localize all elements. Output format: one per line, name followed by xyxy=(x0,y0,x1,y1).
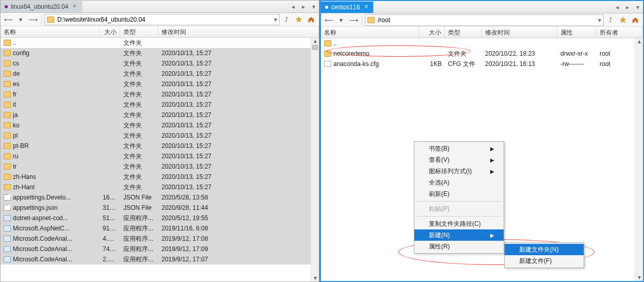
folder-icon xyxy=(4,132,11,139)
table-row[interactable]: es文件夹2020/10/13, 15:27 xyxy=(1,79,319,89)
scroll-down-icon[interactable]: ▾ xyxy=(635,274,643,281)
table-row[interactable]: ja文件夹2020/10/13, 15:27 xyxy=(1,110,319,120)
folder-icon xyxy=(4,40,11,46)
col-mtime[interactable]: 修改时间 xyxy=(158,26,319,37)
table-row[interactable]: fr文件夹2020/10/13, 15:27 xyxy=(1,89,319,99)
back-icon[interactable]: ⟵ xyxy=(3,14,14,25)
col-owner[interactable]: 所有者 xyxy=(597,27,643,38)
json-icon xyxy=(4,205,11,211)
folder-icon xyxy=(4,122,11,128)
table-row[interactable]: ru文件夹2020/10/13, 15:27 xyxy=(1,151,319,161)
close-icon[interactable]: × xyxy=(363,4,369,10)
table-row[interactable]: tr文件夹2020/10/13, 15:27 xyxy=(1,161,319,172)
address-text: /root xyxy=(378,16,390,24)
file-icon xyxy=(324,61,331,67)
right-tab-label: centos116 xyxy=(331,4,360,11)
folder-icon xyxy=(4,60,11,67)
tab-next-icon[interactable]: ▸ xyxy=(298,1,309,12)
scrollbar[interactable]: ▴ ▾ xyxy=(311,38,319,281)
table-row[interactable]: Microsoft.CodeAnal...4.98MB应用程序...2019/9… xyxy=(1,234,319,244)
context-menu-item[interactable]: 全选(A) xyxy=(414,177,504,188)
col-mtime[interactable]: 修改时间 xyxy=(482,27,557,38)
history-icon[interactable]: ▾ xyxy=(335,14,347,26)
table-row[interactable]: pt-BR文件夹2020/10/13, 15:27 xyxy=(1,141,319,151)
table-row[interactable]: cs文件夹2020/10/13, 15:27 xyxy=(1,58,319,69)
tab-menu-icon[interactable]: ▾ xyxy=(309,1,319,12)
scroll-down-icon[interactable]: ▾ xyxy=(311,274,319,281)
col-name[interactable]: 名称 xyxy=(321,27,419,38)
up-level-icon[interactable]: ⤴ xyxy=(605,14,616,26)
up-level-icon[interactable]: ⤴ xyxy=(281,14,292,25)
right-file-list[interactable]: ..netcoredemo文件夹2020/10/22, 18:23drwxr-x… xyxy=(321,38,643,281)
tab-prev-icon[interactable]: ◂ xyxy=(288,1,298,12)
table-row[interactable]: Microsoft.CodeAnal...743KB应用程序...2019/9/… xyxy=(1,244,319,254)
context-menu-item[interactable]: 查看(V)▶ xyxy=(414,154,504,165)
context-submenu-item[interactable]: 新建文件(F) xyxy=(505,255,584,267)
context-menu-item[interactable]: 图标排列方式(I)▶ xyxy=(414,165,504,177)
left-column-headers: 名称 大小 类型 修改时间 xyxy=(1,26,319,38)
folder-icon xyxy=(4,71,11,77)
col-attr[interactable]: 属性 xyxy=(557,27,597,38)
left-tab[interactable]: linux64_ubuntu20.04 × xyxy=(1,1,82,12)
folder-icon xyxy=(4,174,11,180)
left-tab-label: linux64_ubuntu20.04 xyxy=(11,3,68,10)
folder-icon xyxy=(4,184,11,190)
tab-menu-icon[interactable]: ▾ xyxy=(633,2,643,13)
folder-icon xyxy=(4,143,11,149)
col-name[interactable]: 名称 xyxy=(1,26,100,37)
table-row[interactable]: netcoredemo文件夹2020/10/22, 18:23drwxr-xr-… xyxy=(321,48,643,59)
context-submenu-item[interactable]: 新建文件夹(N) xyxy=(505,244,584,255)
forward-icon[interactable]: ⟶ xyxy=(348,14,359,26)
folder-icon xyxy=(4,163,11,170)
table-row[interactable]: .. xyxy=(321,38,643,48)
chevron-down-icon[interactable]: ▾ xyxy=(274,16,277,23)
context-menu-item[interactable]: 刷新(E) xyxy=(414,188,504,200)
table-row[interactable]: dotnet-aspnet-cod...51KB应用程序...2020/5/12… xyxy=(1,213,319,223)
table-row[interactable]: appsettings.Develo...168 BytesJSON File2… xyxy=(1,192,319,203)
table-row[interactable]: zh-Hant文件夹2020/10/13, 15:27 xyxy=(1,182,319,192)
tab-status-dot-icon xyxy=(5,5,8,8)
exe-icon xyxy=(4,225,11,231)
context-menu-item[interactable]: 新建(N)▶ xyxy=(414,229,504,241)
left-file-list[interactable]: ..文件夹config文件夹2020/10/13, 15:27cs文件夹2020… xyxy=(1,38,319,281)
home-icon[interactable] xyxy=(305,14,317,25)
bookmark-icon[interactable] xyxy=(617,14,629,26)
table-row[interactable]: Microsoft.CodeAnal...2.38MB应用程序...2019/9… xyxy=(1,254,319,264)
tab-prev-icon[interactable]: ◂ xyxy=(612,2,622,13)
table-row[interactable]: de文件夹2020/10/13, 15:27 xyxy=(1,69,319,79)
close-icon[interactable]: × xyxy=(71,4,77,10)
context-menu-item[interactable]: 属性(R) xyxy=(414,241,504,252)
context-menu: 书签(B)▶查看(V)▶图标排列方式(I)▶全选(A)刷新(E)粘贴(P)复制文… xyxy=(414,141,504,254)
scroll-up-icon[interactable]: ▴ xyxy=(311,38,319,45)
address-bar[interactable]: /root ▾ xyxy=(365,14,604,26)
col-type[interactable]: 类型 xyxy=(445,27,482,38)
table-row[interactable]: it文件夹2020/10/13, 15:27 xyxy=(1,99,319,110)
chevron-down-icon[interactable]: ▾ xyxy=(598,16,601,24)
context-menu-item[interactable]: 复制文件夹路径(C) xyxy=(414,218,504,229)
table-row[interactable]: Microsoft.AspNetC...915KB应用程序...2019/11/… xyxy=(1,223,319,234)
table-row[interactable]: ko文件夹2020/10/13, 15:27 xyxy=(1,120,319,130)
back-icon[interactable]: ⟵ xyxy=(323,14,334,26)
table-row[interactable]: zh-Hans文件夹2020/10/13, 15:27 xyxy=(1,172,319,182)
table-row[interactable]: anaconda-ks.cfg1KBCFG 文件2020/10/21, 16:1… xyxy=(321,59,643,69)
table-row[interactable]: appsettings.json311 BytesJSON File2020/9… xyxy=(1,203,319,213)
history-icon[interactable]: ▾ xyxy=(15,14,26,25)
forward-icon[interactable]: ⟶ xyxy=(27,14,39,25)
exe-icon xyxy=(4,215,11,221)
table-row[interactable]: ..文件夹 xyxy=(1,38,319,48)
tab-next-icon[interactable]: ▸ xyxy=(622,2,633,13)
exe-icon xyxy=(4,236,11,242)
bookmark-icon[interactable] xyxy=(293,14,304,25)
home-icon[interactable] xyxy=(630,14,641,26)
col-type[interactable]: 类型 xyxy=(120,26,158,37)
scrollbar[interactable]: ▴ ▾ xyxy=(635,38,643,281)
table-row[interactable]: pl文件夹2020/10/13, 15:27 xyxy=(1,130,319,141)
scroll-thumb[interactable] xyxy=(312,45,318,50)
col-size[interactable]: 大小 xyxy=(100,26,120,37)
scroll-up-icon[interactable]: ▴ xyxy=(635,38,643,45)
table-row[interactable]: config文件夹2020/10/13, 15:27 xyxy=(1,48,319,58)
right-tab[interactable]: centos116 × xyxy=(321,2,374,13)
address-bar[interactable]: D:\website\linux64_ubuntu20.04 ▾ xyxy=(44,14,280,25)
col-size[interactable]: 大小 xyxy=(419,27,445,38)
context-menu-item[interactable]: 书签(B)▶ xyxy=(414,143,504,154)
